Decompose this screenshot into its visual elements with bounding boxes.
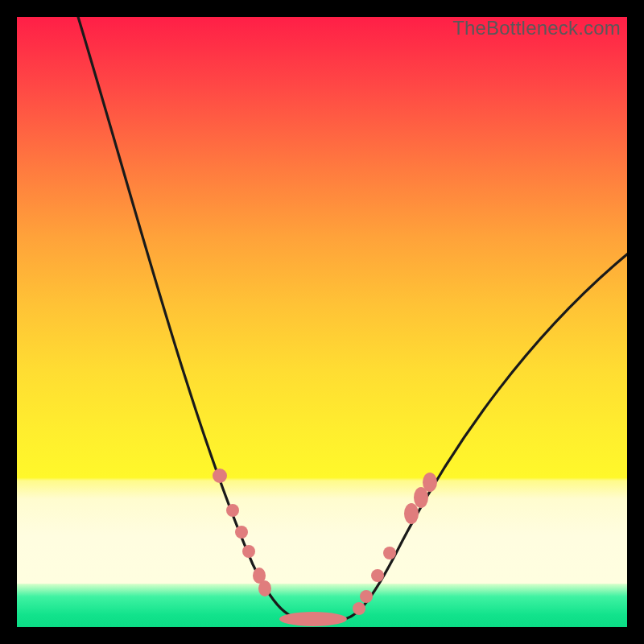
right-dot-1 bbox=[353, 602, 365, 615]
right-dot-2 bbox=[360, 590, 373, 603]
right-dot-4 bbox=[383, 547, 396, 559]
valley-pill bbox=[279, 612, 347, 626]
right-cluster-a bbox=[404, 503, 419, 524]
right-cluster-c bbox=[423, 473, 437, 492]
left-dot-2 bbox=[226, 504, 239, 517]
left-dot-4 bbox=[242, 545, 255, 558]
right-dot-3 bbox=[371, 569, 384, 582]
bottleneck-curve bbox=[76, 17, 627, 620]
marker-layer bbox=[213, 469, 437, 626]
plot-area: TheBottleneck.com bbox=[17, 17, 627, 627]
left-top-dot bbox=[213, 469, 227, 483]
chart-svg bbox=[17, 17, 627, 627]
chart-stage: TheBottleneck.com bbox=[0, 0, 644, 644]
left-cluster-b bbox=[258, 580, 271, 597]
left-dot-3 bbox=[235, 526, 248, 539]
